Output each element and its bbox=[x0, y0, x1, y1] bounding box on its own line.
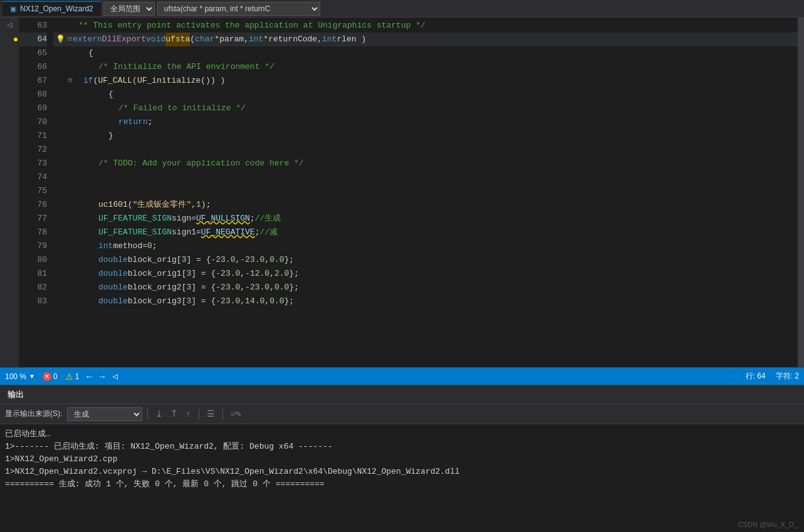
arr-size-82: 3 bbox=[186, 281, 191, 295]
zoom-control[interactable]: 100 % ▼ bbox=[5, 372, 35, 381]
line-num-72: 72 bbox=[19, 143, 47, 157]
param2: *returnCode, bbox=[263, 33, 322, 46]
op-78: = bbox=[196, 226, 201, 239]
line-num-82: 82 bbox=[19, 281, 47, 295]
end-82: }; bbox=[289, 281, 299, 295]
fold-icon-67[interactable]: ⊟ bbox=[68, 74, 72, 88]
file-tab[interactable]: ▣ NX12_Open_Wizard2 bbox=[3, 1, 101, 16]
semi-79: ; bbox=[152, 239, 157, 253]
int-kw-79: int bbox=[98, 239, 113, 253]
line-num-74: 74 bbox=[19, 170, 47, 184]
n3-82: 0.0 bbox=[274, 281, 289, 295]
brace-close-71: } bbox=[108, 129, 113, 143]
header-bar: ▣ NX12_Open_Wizard2 全局范围 ufsta(char * pa… bbox=[0, 0, 804, 18]
code-line-83: double block_orig3 [ 3 ] = { -23.0 , 14.… bbox=[53, 295, 798, 308]
code-line-72 bbox=[53, 143, 798, 157]
bracket-end-82: ] = { bbox=[191, 281, 216, 295]
left-sidebar: ◁ bbox=[0, 18, 19, 367]
warning-count[interactable]: ⚠ 1 bbox=[65, 372, 80, 382]
output-line-2: 1>NX12_Open_Wizard2.cpp bbox=[5, 453, 799, 466]
end-83: }; bbox=[285, 295, 295, 308]
code-line-73: /* TODO: Add your application code here … bbox=[53, 157, 798, 170]
c1-81: , bbox=[240, 267, 245, 281]
bracket-80: [ bbox=[177, 253, 182, 267]
error-count[interactable]: ✕ 0 bbox=[43, 372, 58, 381]
param3: rlen ) bbox=[337, 33, 366, 46]
scroll-to-top-btn[interactable]: ⤒ bbox=[168, 407, 180, 420]
c2-81: , bbox=[269, 267, 274, 281]
line-num-69: 69 bbox=[19, 102, 47, 115]
scope-dropdown[interactable]: 全局范围 bbox=[103, 2, 155, 16]
line-num-64: 64 bbox=[19, 33, 47, 46]
code-line-82: double block_orig2 [ 3 ] = { -23.0 , -23… bbox=[53, 281, 798, 295]
code-content[interactable]: ** This entry point activates the applic… bbox=[53, 18, 798, 367]
n1-82: -23.0 bbox=[216, 281, 240, 295]
scroll-to-end-btn[interactable]: ⤓ bbox=[153, 407, 165, 420]
code-area: ◁ 63 64 65 66 67 68 69 70 71 72 73 74 75… bbox=[0, 18, 804, 367]
output-line-1: 1>------- 已启动生成: 项目: NX12_Open_Wizard2, … bbox=[5, 441, 799, 453]
zoom-dropdown-icon[interactable]: ▼ bbox=[29, 373, 35, 380]
code-line-75 bbox=[53, 184, 798, 198]
code-line-80: double block_orig [ 3 ] = { -23.0 , -23.… bbox=[53, 253, 798, 267]
warning-num: 1 bbox=[75, 372, 80, 381]
n2-80: -23.0 bbox=[240, 253, 264, 267]
arr-size-81: 3 bbox=[186, 267, 191, 281]
bracket-end-80: ] = { bbox=[186, 253, 211, 267]
arr-size-80: 3 bbox=[182, 253, 187, 267]
gen-comment: //生成 bbox=[255, 212, 281, 226]
error-num: 0 bbox=[53, 372, 58, 381]
int2-kw: int bbox=[322, 33, 337, 46]
toolbar-sep-3 bbox=[222, 409, 223, 420]
code-line-63: ** This entry point activates the applic… bbox=[53, 19, 798, 33]
c1-83: , bbox=[240, 295, 245, 308]
c2-82: , bbox=[269, 281, 274, 295]
n1-80: -23.0 bbox=[211, 253, 235, 267]
line-num-66: 66 bbox=[19, 60, 47, 74]
scroll-up-btn[interactable]: ↑ bbox=[183, 408, 193, 420]
vertical-scrollbar[interactable] bbox=[798, 18, 804, 367]
error-icon: ✕ bbox=[43, 372, 51, 381]
status-right: 行: 64 字符: 2 bbox=[746, 371, 799, 382]
list-view-btn[interactable]: ☰ bbox=[204, 407, 217, 420]
num-79: 0 bbox=[147, 239, 152, 253]
prev-error-btn[interactable]: ← bbox=[86, 372, 91, 382]
collapse-btn[interactable]: ◁ bbox=[7, 19, 12, 31]
fold-icon-64[interactable]: ⊟ bbox=[68, 33, 71, 46]
col-indicator: 字符: 2 bbox=[776, 371, 799, 382]
scroll-left-btn[interactable]: ◁ bbox=[112, 371, 117, 382]
param1: *param, bbox=[214, 33, 249, 46]
semicolon-78: ; bbox=[255, 226, 260, 239]
line-num-71: 71 bbox=[19, 129, 47, 143]
if-kw: if bbox=[83, 74, 93, 88]
wrap-btn[interactable]: ⏎✎ bbox=[228, 407, 244, 420]
line-num-80: 80 bbox=[19, 253, 47, 267]
next-error-btn[interactable]: → bbox=[100, 372, 105, 382]
brace-open-68: { bbox=[108, 88, 113, 102]
bracket-81: [ bbox=[182, 267, 187, 281]
output-toolbar: 显示输出来源(S): 生成 ⤓ ⤒ ↑ ☰ ⏎✎ bbox=[0, 404, 804, 424]
line-num-73: 73 bbox=[19, 157, 47, 170]
method-var: method bbox=[113, 239, 142, 253]
line-num-67: 67 bbox=[19, 74, 47, 88]
file-tab-label: NX12_Open_Wizard2 bbox=[20, 4, 93, 13]
code-line-66: /* Initialize the API environment */ bbox=[53, 60, 798, 74]
line-num-81: 81 bbox=[19, 267, 47, 281]
if-paren: ( bbox=[93, 74, 98, 88]
n2-81: -12.0 bbox=[245, 267, 269, 281]
n2-83: 14.0 bbox=[245, 295, 264, 308]
output-content[interactable]: 已启动生成… 1>------- 已启动生成: 项目: NX12_Open_Wi… bbox=[0, 424, 804, 499]
comment-63: ** This entry point activates the applic… bbox=[78, 19, 425, 33]
c2-83: , bbox=[264, 295, 269, 308]
type-77: UF_FEATURE_SIGN bbox=[98, 212, 172, 226]
char-kw: char bbox=[195, 33, 214, 46]
output-source-select[interactable]: 生成 bbox=[67, 407, 142, 421]
type-78: UF_FEATURE_SIGN bbox=[98, 226, 172, 239]
function-dropdown[interactable]: ufsta(char * param, int * returnC bbox=[157, 2, 320, 16]
end-76: ); bbox=[201, 198, 211, 212]
source-label: 显示输出来源(S): bbox=[5, 409, 62, 419]
code-line-65: { bbox=[53, 46, 798, 60]
toolbar-sep-2 bbox=[199, 409, 199, 420]
line-numbers: 63 64 65 66 67 68 69 70 71 72 73 74 75 7… bbox=[19, 18, 53, 367]
code-line-71: } bbox=[53, 129, 798, 143]
line-num-70: 70 bbox=[19, 115, 47, 129]
